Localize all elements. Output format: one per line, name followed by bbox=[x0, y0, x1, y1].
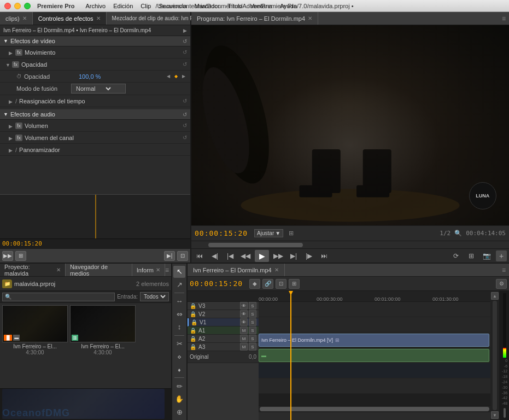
opacidad-value[interactable]: 100,0 % bbox=[79, 73, 112, 80]
monitor-zoom-icon[interactable]: 🔍 bbox=[453, 228, 464, 239]
track-cell-a2[interactable] bbox=[259, 363, 490, 378]
effects-btn-2[interactable]: ⊞ bbox=[15, 251, 26, 261]
inform-tab-close[interactable]: ✕ bbox=[156, 267, 160, 273]
track-lock-a3[interactable]: 🔒 bbox=[190, 344, 196, 350]
pb-ffwd[interactable]: ▶▶ bbox=[272, 250, 284, 261]
tool-ripple[interactable]: ↔ bbox=[173, 295, 185, 307]
kf-prev[interactable]: ◀ bbox=[165, 73, 172, 80]
effect-volumen[interactable]: ▶ fx Volumen ↺ bbox=[0, 120, 190, 132]
tool-slide[interactable]: ⬧ bbox=[173, 364, 185, 376]
opacidad-header[interactable]: ▼ fx Opacidad ↺ bbox=[0, 59, 190, 71]
track-v3-solo[interactable]: S bbox=[249, 302, 256, 310]
filter-select[interactable]: Todos bbox=[142, 293, 167, 300]
track-v1-solo[interactable]: S bbox=[249, 318, 256, 326]
tool-hand[interactable]: ✋ bbox=[173, 393, 185, 405]
volumen-canal-reset[interactable]: ↺ bbox=[183, 135, 187, 141]
track-cell-v2[interactable] bbox=[259, 317, 490, 332]
track-a1-m[interactable]: M bbox=[240, 326, 248, 334]
tab-proyecto[interactable]: Proyecto: malavida ✕ bbox=[0, 264, 66, 276]
tool-select[interactable]: ↖ bbox=[173, 266, 185, 278]
opacidad-reset[interactable]: ↺ bbox=[183, 61, 187, 67]
tool-zoom[interactable]: ⊕ bbox=[173, 406, 185, 418]
opacidad-stopwatch[interactable]: ⏱ bbox=[16, 73, 22, 79]
tab-efectos-close[interactable]: ✕ bbox=[96, 15, 101, 21]
monitor-scroll-thumb[interactable] bbox=[208, 243, 303, 247]
pb-to-start[interactable]: ⏮ bbox=[194, 250, 206, 261]
effects-btn-1[interactable]: ▶▶ bbox=[2, 251, 13, 261]
menu-clip[interactable]: Clip bbox=[141, 3, 151, 9]
pb-add-button[interactable]: + bbox=[496, 250, 507, 261]
track-v1-eye[interactable]: 👁 bbox=[240, 318, 248, 326]
track-a3-m[interactable]: M bbox=[240, 343, 248, 351]
tab-programa[interactable]: Programa: Ivn Ferreiro – El Dormiln.mp4 … bbox=[191, 12, 318, 25]
video-effects-section[interactable]: ▼ Efectos de vídeo ↺ bbox=[0, 36, 190, 46]
track-v2-solo[interactable]: S bbox=[249, 310, 256, 318]
movimiento-reset[interactable]: ↺ bbox=[183, 49, 187, 55]
track-cell-v1[interactable]: Ivn Ferreiro – El Dormiln.mp4 [V] ⊞ bbox=[259, 332, 490, 347]
pb-to-end[interactable]: ⏭ bbox=[318, 250, 330, 261]
track-a1-s[interactable]: S bbox=[249, 326, 256, 334]
effect-reasignacion[interactable]: ▶ / Reasignación del tiempo ↺ bbox=[0, 95, 190, 107]
search-input[interactable] bbox=[11, 294, 44, 300]
tab-timeline[interactable]: Ivn Ferreiro – El Dormiln.mp4 ✕ bbox=[188, 264, 285, 276]
tl-btn-settings[interactable]: ⚙ bbox=[496, 279, 507, 289]
track-cell-v3[interactable] bbox=[259, 302, 490, 317]
pb-in-point[interactable]: |◀ bbox=[224, 250, 236, 261]
fusion-select[interactable]: Normal Disolver Oscurecer Multiplicar Ac… bbox=[74, 85, 113, 92]
project-item-0[interactable]: ▐▌ ▬ Ivn Ferreiro – El... 4:30:00 bbox=[2, 305, 68, 355]
menu-edicion[interactable]: Edición bbox=[113, 3, 133, 9]
effects-btn-3[interactable]: ▶| bbox=[164, 251, 175, 261]
track-lock-a2[interactable]: 🔒 bbox=[190, 336, 196, 342]
timeline-tab-close[interactable]: ✕ bbox=[274, 267, 279, 273]
tool-razor[interactable]: ✂ bbox=[173, 338, 185, 350]
project-tab-menu[interactable]: ≡ bbox=[165, 264, 171, 276]
track-v3-eye[interactable]: 👁 bbox=[240, 302, 248, 310]
track-lock-v3[interactable]: 🔒 bbox=[190, 303, 196, 309]
pb-rewind[interactable]: ◀◀ bbox=[239, 250, 251, 261]
tool-roll[interactable]: ⇔ bbox=[173, 308, 185, 320]
minimize-button[interactable] bbox=[14, 3, 21, 9]
audio-effects-reset[interactable]: ↺ bbox=[183, 112, 187, 118]
effects-btn-4[interactable]: ⊡ bbox=[177, 251, 188, 261]
tab-clips-close[interactable]: ✕ bbox=[22, 15, 27, 21]
volumen-reset[interactable]: ↺ bbox=[183, 122, 187, 129]
monitor-fit-dropdown[interactable]: Ajustar ▼ bbox=[254, 229, 283, 237]
track-a2-s[interactable]: S bbox=[249, 335, 256, 342]
pb-out-point[interactable]: ▶| bbox=[288, 250, 300, 261]
tool-pen[interactable]: ✏ bbox=[173, 380, 185, 392]
track-a3-s[interactable]: S bbox=[249, 343, 256, 351]
video-effects-reset[interactable]: ↺ bbox=[183, 38, 187, 44]
track-lock-a1[interactable]: 🔒 bbox=[190, 328, 196, 334]
effect-volumen-canal[interactable]: ▶ fx Volumen del canal ↺ bbox=[0, 132, 190, 144]
pb-export-frame[interactable]: 📷 bbox=[481, 250, 493, 261]
audio-effects-section[interactable]: ▼ Efectos de audio ↺ bbox=[0, 109, 190, 120]
tl-btn-link[interactable]: 🔗 bbox=[262, 279, 273, 289]
pb-play[interactable]: ▶ bbox=[255, 250, 269, 262]
tl-btn-snap[interactable]: ⊡ bbox=[276, 279, 286, 289]
tool-track-select[interactable]: ↗ bbox=[173, 279, 185, 291]
tab-inform[interactable]: Inform ✕ bbox=[132, 264, 165, 276]
track-cell-a1[interactable]: ▬ bbox=[259, 348, 490, 363]
close-button[interactable] bbox=[4, 3, 11, 9]
clip-a1[interactable]: ▬ bbox=[259, 349, 489, 362]
tl-scroll-up[interactable]: ▲ bbox=[491, 292, 499, 300]
monitor-tab-close[interactable]: ✕ bbox=[308, 15, 312, 21]
timeline-scrollbar[interactable] bbox=[259, 406, 490, 412]
tl-btn-linked-sel[interactable]: ⊞ bbox=[289, 279, 300, 289]
tab-clips[interactable]: clips) ✕ bbox=[0, 12, 33, 25]
track-cell-a3[interactable] bbox=[259, 378, 490, 393]
fusion-dropdown[interactable]: Normal Disolver Oscurecer Multiplicar Ac… bbox=[71, 84, 126, 94]
tl-scroll-thumb[interactable] bbox=[260, 407, 489, 411]
monitor-settings-icon[interactable]: ⊞ bbox=[285, 228, 296, 239]
track-v2-eye[interactable]: 👁 bbox=[240, 310, 248, 318]
reasignacion-reset[interactable]: ↺ bbox=[183, 98, 187, 104]
monitor-menu-btn[interactable]: ≡ bbox=[502, 15, 506, 22]
track-a2-m[interactable]: M bbox=[240, 335, 248, 342]
clip-v1[interactable]: Ivn Ferreiro – El Dormiln.mp4 [V] ⊞ bbox=[259, 334, 489, 347]
filter-dropdown[interactable]: Todos bbox=[140, 292, 169, 301]
pb-safe-margins[interactable]: ⊞ bbox=[465, 250, 477, 261]
effect-panoramizador[interactable]: ▶ / Panoramizador bbox=[0, 144, 190, 156]
proyecto-tab-close[interactable]: ✕ bbox=[56, 267, 61, 273]
tab-nav-medios[interactable]: Navegador de medios bbox=[66, 264, 132, 276]
maximize-button[interactable] bbox=[24, 3, 31, 9]
